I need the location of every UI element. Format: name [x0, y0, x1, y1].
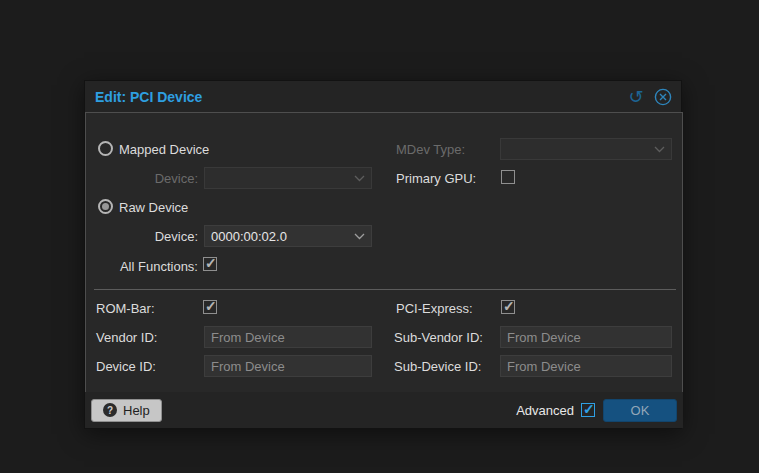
dialog-footer: ? Help Advanced OK — [85, 392, 683, 428]
close-icon[interactable] — [653, 87, 673, 107]
mdev-type-select — [500, 138, 672, 160]
rom-bar-checkbox[interactable] — [203, 300, 217, 314]
dialog-header: Edit: PCI Device ↺ — [85, 81, 681, 112]
vendor-id-field[interactable] — [204, 326, 372, 348]
device-id-field[interactable] — [204, 355, 372, 377]
raw-device-select-value: 0000:00:02.0 — [211, 229, 287, 244]
reset-icon[interactable]: ↺ — [626, 87, 646, 107]
ok-button[interactable]: OK — [603, 399, 677, 422]
mapped-device-label: Mapped Device — [119, 142, 209, 157]
advanced-checkbox-holder — [581, 403, 595, 417]
sub-device-id-field[interactable] — [500, 355, 672, 377]
chevron-down-icon — [654, 146, 665, 153]
raw-device-select[interactable]: 0000:00:02.0 — [204, 225, 372, 247]
undo-arrow-glyph: ↺ — [628, 88, 643, 106]
help-button[interactable]: ? Help — [91, 399, 162, 422]
vendor-id-label: Vendor ID: — [96, 330, 157, 345]
primary-gpu-checkbox[interactable] — [501, 170, 515, 184]
chevron-down-icon — [354, 175, 365, 182]
chevron-down-icon — [354, 233, 365, 240]
sub-device-id-label: Sub-Device ID: — [394, 359, 481, 374]
advanced-checkbox[interactable] — [581, 403, 595, 417]
advanced-label: Advanced — [516, 403, 574, 418]
close-circle-glyph — [654, 88, 672, 106]
all-functions-label: All Functions: — [96, 259, 198, 274]
sub-vendor-id-label: Sub-Vendor ID: — [394, 330, 483, 345]
help-button-label: Help — [123, 403, 150, 418]
raw-device-select-label: Device: — [96, 229, 198, 244]
mapped-device-select-label: Device: — [96, 171, 198, 186]
edit-pci-device-dialog: Edit: PCI Device ↺ Mapped Device MDev Ty… — [84, 80, 682, 429]
sub-vendor-id-field[interactable] — [500, 326, 672, 348]
pci-express-checkbox[interactable] — [501, 300, 515, 314]
raw-device-label: Raw Device — [119, 200, 188, 215]
device-id-label: Device ID: — [96, 359, 156, 374]
dialog-title: Edit: PCI Device — [95, 89, 619, 105]
pci-express-label: PCI-Express: — [396, 301, 473, 316]
mdev-type-label: MDev Type: — [396, 142, 465, 157]
rom-bar-label: ROM-Bar: — [96, 301, 155, 316]
mapped-device-select — [204, 167, 372, 189]
section-divider — [94, 289, 676, 290]
dialog-body: Mapped Device MDev Type: Device: Primary… — [85, 112, 683, 394]
primary-gpu-label: Primary GPU: — [396, 171, 476, 186]
question-mark-icon: ? — [103, 403, 117, 417]
raw-device-radio[interactable] — [98, 199, 113, 214]
all-functions-checkbox[interactable] — [203, 257, 217, 271]
mapped-device-radio[interactable] — [98, 141, 113, 156]
